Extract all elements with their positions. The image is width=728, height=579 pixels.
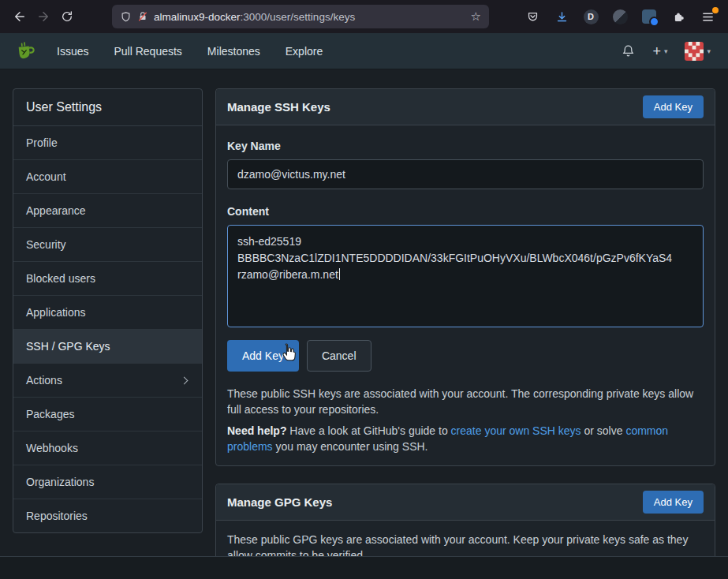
sidebar-item-organizations[interactable]: Organizations <box>13 465 202 499</box>
ssh-content-textarea[interactable]: ssh-ed25519 BBBBC3NzaC1lZDI1NTE5DDDDIDAN… <box>227 225 704 327</box>
browser-toolbar: almalinux9-docker:3000/user/settings/key… <box>0 0 728 33</box>
extensions-puzzle-icon[interactable] <box>669 7 688 26</box>
sidebar-item-blocked-users[interactable]: Blocked users <box>13 262 202 296</box>
sidebar-item-ssh-gpg-keys[interactable]: SSH / GPG Keys <box>13 330 202 364</box>
tracking-protection-shield-icon[interactable] <box>120 11 132 23</box>
chevron-down-icon: ▾ <box>707 47 711 55</box>
key-name-label: Key Name <box>227 140 704 152</box>
page-footer <box>0 556 728 579</box>
badge-glyph <box>642 9 656 24</box>
gitea-navbar: Issues Pull Requests Milestones Explore … <box>0 33 728 69</box>
text-caret <box>339 268 341 280</box>
darkreader-extension-icon[interactable] <box>610 7 629 26</box>
notifications-bell-icon[interactable] <box>622 44 635 58</box>
gpg-card-title: Manage GPG Keys <box>227 495 332 509</box>
back-icon <box>13 9 27 24</box>
forward-button[interactable] <box>32 5 55 28</box>
sidebar-item-webhooks[interactable]: Webhooks <box>13 431 202 465</box>
bookmark-star-icon[interactable]: ☆ <box>471 9 481 24</box>
ssh-card-header: Manage SSH Keys Add Key <box>216 89 715 125</box>
nav-explore[interactable]: Explore <box>286 45 323 58</box>
ssh-add-key-header-button[interactable]: Add Key <box>643 95 704 118</box>
sidebar-item-actions[interactable]: Actions <box>13 364 202 398</box>
screen: almalinux9-docker:3000/user/settings/key… <box>0 0 728 579</box>
nav-pull-requests[interactable]: Pull Requests <box>114 45 181 58</box>
user-avatar <box>685 42 704 61</box>
sidebar-item-security[interactable]: Security <box>13 228 202 262</box>
gitea-logo[interactable] <box>14 39 38 63</box>
form-buttons: Add Key Cancel <box>227 340 704 372</box>
url-host: almalinux9-docker <box>154 11 241 23</box>
duckduckgo-extension-icon[interactable]: D <box>581 7 600 26</box>
key-name-input[interactable] <box>227 159 704 189</box>
ssh-keys-description: These public SSH keys are associated wit… <box>227 386 704 418</box>
ssh-content-text: ssh-ed25519 BBBBC3NzaC1lZDI1NTE5DDDDIDAN… <box>237 235 672 281</box>
user-menu-button[interactable]: ▾ <box>685 42 711 61</box>
ssh-help-text: Need help? Have a look at GitHub's guide… <box>227 423 704 455</box>
extension-d-glyph: D <box>584 9 599 24</box>
ssh-card-title: Manage SSH Keys <box>227 100 330 114</box>
refresh-button[interactable] <box>55 5 79 28</box>
url-path: :3000/user/settings/keys <box>241 11 356 23</box>
ssh-card-body: Key Name Content ssh-ed25519 BBBBC3NzaC1… <box>216 125 715 465</box>
menu-icon[interactable] <box>698 7 717 26</box>
extension-with-badge-icon[interactable] <box>640 7 659 26</box>
navbar-right: + ▾ ▾ <box>622 42 714 61</box>
cancel-button[interactable]: Cancel <box>307 340 371 372</box>
sidebar-item-applications[interactable]: Applications <box>13 296 202 330</box>
manage-ssh-keys-card: Manage SSH Keys Add Key Key Name Content… <box>215 88 715 466</box>
need-help-label: Need help? <box>227 424 286 437</box>
back-button[interactable] <box>8 5 32 28</box>
url-text: almalinux9-docker:3000/user/settings/key… <box>154 11 465 23</box>
nav-issues[interactable]: Issues <box>57 45 88 58</box>
gpg-card-header: Manage GPG Keys Add Key <box>216 484 715 521</box>
create-ssh-keys-link[interactable]: create your own SSH keys <box>451 424 581 437</box>
sidebar-title: User Settings <box>13 89 202 126</box>
toolbar-right-icons: D <box>523 7 720 26</box>
chevron-down-icon: ▾ <box>664 47 668 55</box>
navbar-links: Issues Pull Requests Milestones Explore <box>57 45 323 58</box>
forward-icon <box>36 9 50 24</box>
gpg-add-key-header-button[interactable]: Add Key <box>643 491 704 514</box>
sidebar-item-repositories[interactable]: Repositories <box>13 499 202 532</box>
settings-sidebar: User Settings Profile Account Appearance… <box>13 88 203 533</box>
half-moon-glyph <box>613 9 628 24</box>
sidebar-item-profile[interactable]: Profile <box>13 126 202 160</box>
sidebar-item-appearance[interactable]: Appearance <box>13 194 202 228</box>
url-bar[interactable]: almalinux9-docker:3000/user/settings/key… <box>112 5 489 28</box>
plus-icon: + <box>652 44 661 58</box>
content-label: Content <box>227 205 704 218</box>
sidebar-item-account[interactable]: Account <box>13 160 202 194</box>
settings-page: User Settings Profile Account Appearance… <box>0 69 728 579</box>
nav-milestones[interactable]: Milestones <box>207 45 260 58</box>
sidebar-item-packages[interactable]: Packages <box>13 398 202 431</box>
chevron-right-icon <box>181 376 189 384</box>
refresh-icon <box>61 10 73 23</box>
download-icon[interactable] <box>552 7 571 26</box>
insecure-lock-icon[interactable] <box>137 11 148 22</box>
settings-main: Manage SSH Keys Add Key Key Name Content… <box>215 88 715 579</box>
pocket-icon[interactable] <box>523 7 542 26</box>
create-new-button[interactable]: + ▾ <box>652 44 667 58</box>
add-key-submit-button[interactable]: Add Key <box>227 340 299 372</box>
